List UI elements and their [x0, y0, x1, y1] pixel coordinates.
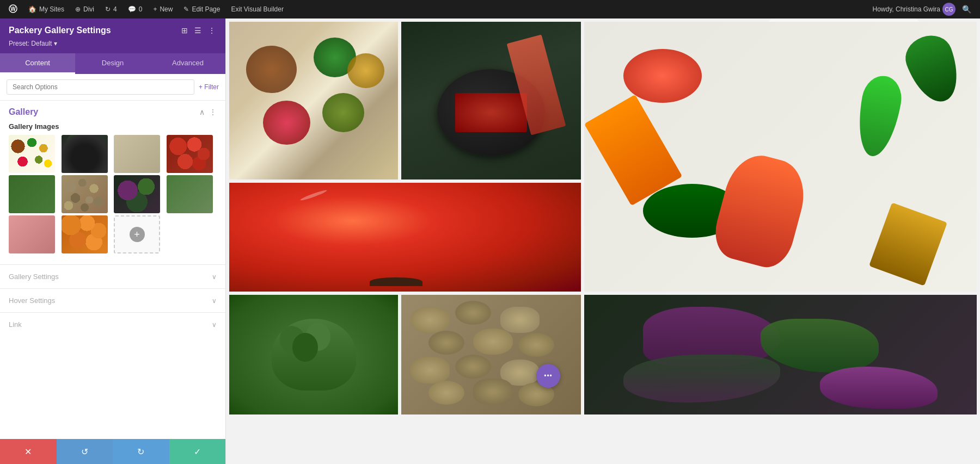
checkmark-icon: ✓ — [194, 447, 201, 457]
search-icon[interactable]: 🔍 — [958, 5, 976, 14]
hover-settings-label: Hover Settings — [9, 296, 55, 305]
updates-icon: ↻ — [105, 5, 111, 13]
divi-icon: ⊕ — [75, 5, 81, 13]
mosaic-item-tomato[interactable] — [229, 183, 581, 292]
gallery-section-controls: ∧ ⋮ — [199, 108, 217, 116]
undo-icon: ↺ — [81, 447, 88, 457]
gallery-thumb-7[interactable] — [114, 175, 160, 213]
panel-title: Packery Gallery Settings — [9, 26, 111, 35]
howdy-text: Howdy, Christina Gwira — [873, 5, 940, 13]
settings-tabs: Content Design Advanced — [0, 53, 225, 74]
mosaic-item-herbs[interactable] — [584, 295, 977, 414]
gallery-images-label: Gallery Images — [9, 122, 217, 131]
wp-icon: W — [9, 4, 17, 15]
gallery-settings-label: Gallery Settings — [9, 273, 59, 281]
gallery-thumb-6[interactable] — [62, 175, 108, 213]
svg-text:W: W — [10, 6, 16, 12]
hover-settings-section[interactable]: Hover Settings ∨ — [0, 288, 225, 312]
packery-gallery — [226, 18, 980, 464]
edit-page-btn[interactable]: ✎ Edit Page — [179, 0, 224, 18]
exit-builder-btn[interactable]: Exit Visual Builder — [226, 0, 288, 18]
tab-content[interactable]: Content — [0, 53, 75, 74]
gallery-thumb-8[interactable] — [167, 175, 213, 213]
panel-header-icons: ⊞ ☰ ⋮ — [180, 25, 217, 36]
view-toggle-icon[interactable]: ☰ — [193, 25, 203, 36]
canvas-area: ••• — [226, 18, 980, 464]
plus-icon: + — [153, 5, 157, 13]
wp-logo-btn[interactable]: W — [4, 0, 22, 18]
link-section[interactable]: Link ∨ — [0, 312, 225, 336]
undo-button[interactable]: ↺ — [57, 439, 113, 464]
search-input[interactable] — [7, 79, 194, 95]
divi-btn[interactable]: ⊕ Divi — [71, 0, 99, 18]
settings-panel: Packery Gallery Settings ⊞ ☰ ⋮ Preset: D… — [0, 18, 226, 464]
main-layout: Packery Gallery Settings ⊞ ☰ ⋮ Preset: D… — [0, 18, 980, 464]
fab-button[interactable]: ••• — [536, 364, 560, 388]
plus-circle-icon: + — [130, 227, 145, 242]
add-image-button[interactable]: + — [114, 215, 160, 253]
filter-button[interactable]: + Filter — [199, 83, 219, 91]
redo-icon: ↻ — [137, 447, 144, 457]
more-options-icon[interactable]: ⋮ — [207, 25, 217, 36]
redo-button[interactable]: ↻ — [113, 439, 169, 464]
comments-icon: 💬 — [128, 5, 136, 13]
cancel-icon: ✕ — [24, 447, 32, 457]
updates-btn[interactable]: ↻ 4 — [101, 0, 121, 18]
chevron-down-icon-3: ∨ — [212, 321, 217, 329]
tab-advanced[interactable]: Advanced — [150, 53, 225, 74]
gallery-thumb-10[interactable] — [62, 215, 108, 253]
mosaic-item-artichoke[interactable] — [229, 295, 398, 414]
chevron-down-icon: ∨ — [212, 273, 217, 281]
pencil-icon: ✎ — [183, 5, 189, 13]
gallery-canvas: ••• — [226, 18, 980, 464]
collapse-icon[interactable]: ∧ — [199, 108, 205, 116]
comments-btn[interactable]: 💬 0 — [124, 0, 147, 18]
mosaic-item-potatoes[interactable] — [401, 295, 581, 414]
dots-icon: ••• — [544, 372, 553, 380]
link-label: Link — [9, 320, 22, 329]
mosaic-item-1[interactable] — [229, 22, 398, 180]
tab-design[interactable]: Design — [75, 53, 150, 74]
responsive-icon[interactable]: ⊞ — [180, 25, 189, 36]
panel-header: Packery Gallery Settings ⊞ ☰ ⋮ Preset: D… — [0, 18, 225, 53]
admin-bar: W 🏠 My Sites ⊕ Divi ↻ 4 💬 0 + New ✎ Edit… — [0, 0, 980, 18]
gallery-settings-section[interactable]: Gallery Settings ∨ — [0, 264, 225, 288]
search-bar: + Filter — [0, 74, 225, 101]
gallery-thumbnail-grid: + — [9, 135, 217, 253]
gallery-section: Gallery ∧ ⋮ Gallery Images — [0, 101, 225, 264]
house-icon: 🏠 — [28, 5, 36, 13]
gallery-more-icon[interactable]: ⋮ — [209, 108, 217, 116]
mosaic-item-3[interactable] — [584, 22, 977, 292]
preset-selector[interactable]: Preset: Default — [9, 40, 57, 47]
save-button[interactable]: ✓ — [169, 439, 226, 464]
avatar: CG — [942, 3, 955, 16]
gallery-section-title: Gallery — [9, 107, 38, 117]
gallery-thumb-9[interactable] — [9, 215, 55, 253]
bottom-toolbar: ✕ ↺ ↻ ✓ — [0, 439, 225, 464]
gallery-thumb-3[interactable] — [114, 135, 160, 173]
chevron-down-icon-2: ∨ — [212, 297, 217, 305]
gallery-thumb-5[interactable] — [9, 175, 55, 213]
my-sites-btn[interactable]: 🏠 My Sites — [24, 0, 69, 18]
cancel-button[interactable]: ✕ — [0, 439, 57, 464]
gallery-thumb-4[interactable] — [167, 135, 213, 173]
mosaic-item-2[interactable] — [401, 22, 581, 180]
new-btn[interactable]: + New — [149, 0, 177, 18]
gallery-thumb-1[interactable] — [9, 135, 55, 173]
sidebar-scroll-area: Gallery ∧ ⋮ Gallery Images — [0, 101, 225, 439]
gallery-thumb-2[interactable] — [62, 135, 108, 173]
